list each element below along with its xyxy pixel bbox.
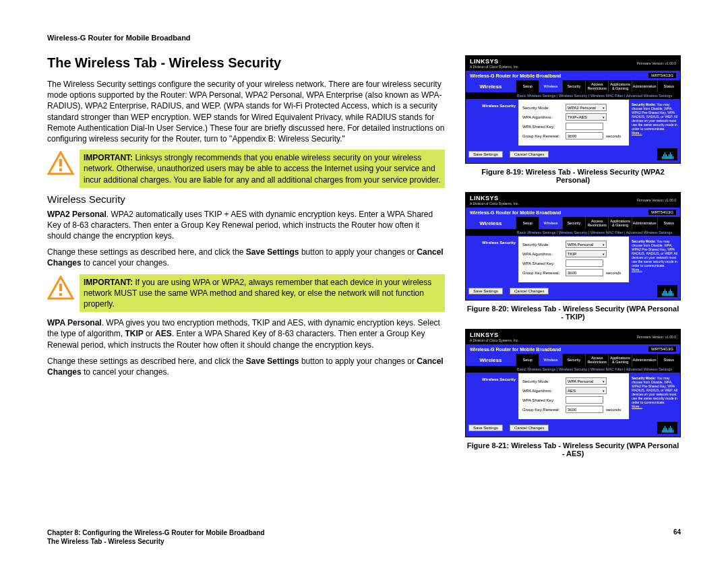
footer-chapter: Chapter 8: Configuring the Wireless-G Ro… <box>47 528 265 537</box>
callout-body: If you are using WPA or WPA2, always rem… <box>84 278 431 309</box>
change-instruction-1: Change these settings as described here,… <box>47 247 445 268</box>
figure-caption-19: Figure 8-19: Wireless Tab - Wireless Sec… <box>465 168 681 184</box>
wpa-algo-select: TKIP <box>566 250 607 257</box>
router-tab: Status <box>657 80 680 92</box>
intro-paragraph: The Wireless Security settings configure… <box>47 79 445 144</box>
group-renewal-input: 3600 <box>566 269 603 276</box>
security-mode-select: WPA Personal <box>566 241 607 248</box>
router-tab: Security <box>562 80 585 92</box>
linksys-logo: LINKSYS <box>470 58 499 65</box>
main-content: The Wireless Tab - Wireless Security The… <box>47 55 445 466</box>
router-tab: Status <box>657 217 680 229</box>
callout-body: Linksys strongly recommends that you ena… <box>84 153 441 184</box>
cancel-changes-button: Cancel Changes <box>510 288 549 294</box>
router-tab: Status <box>657 354 680 366</box>
svg-rect-4 <box>59 284 62 291</box>
figure-8-20: LINKSYSA Division of Cisco Systems, Inc.… <box>465 192 681 301</box>
router-tab: AccessRestrictions <box>585 217 608 229</box>
router-tab: AccessRestrictions <box>585 354 608 366</box>
router-tab: Wireless <box>539 80 562 92</box>
figure-8-21: LINKSYSA Division of Cisco Systems, Inc.… <box>465 329 681 437</box>
callout-label: IMPORTANT: <box>84 153 133 162</box>
warning-icon <box>47 151 74 175</box>
router-tab: Applications& Gaming <box>608 217 631 229</box>
save-settings-button: Save Settings <box>468 288 503 294</box>
warning-icon <box>47 276 74 300</box>
cisco-logo <box>657 285 677 297</box>
router-tab: AccessRestrictions <box>585 80 608 92</box>
router-tab: Setup <box>516 217 539 229</box>
save-settings-button: Save Settings <box>468 151 503 158</box>
svg-rect-1 <box>59 159 62 166</box>
wpa-paragraph: WPA Personal. WPA gives you two encrypti… <box>47 317 445 350</box>
page-number: 64 <box>673 528 681 546</box>
security-mode-select: WPA2 Personal <box>566 104 607 111</box>
router-tab: Applications& Gaming <box>608 354 631 366</box>
wpa-key-input <box>566 396 603 404</box>
router-tab: Setup <box>516 354 539 366</box>
figures-column: LINKSYSA Division of Cisco Systems, Inc.… <box>465 55 681 466</box>
cisco-logo <box>657 422 677 434</box>
router-tab: Setup <box>516 80 539 92</box>
subheading: Wireless Security <box>47 193 445 205</box>
page-footer: Chapter 8: Configuring the Wireless-G Ro… <box>47 528 681 546</box>
figure-8-19: LINKSYSA Division of Cisco Systems, Inc.… <box>465 55 681 164</box>
router-tab: Administration <box>632 217 657 229</box>
important-callout-2: IMPORTANT: If you are using WPA or WPA2,… <box>47 274 445 313</box>
router-tab: Security <box>562 217 585 229</box>
router-tab: Wireless <box>539 354 562 366</box>
cancel-changes-button: Cancel Changes <box>510 425 549 431</box>
cancel-changes-button: Cancel Changes <box>510 151 549 158</box>
router-tab: Security <box>562 354 585 366</box>
router-tab: Administration <box>632 80 657 92</box>
change-instruction-2: Change these settings as described here,… <box>47 356 445 377</box>
figure-caption-20: Figure 8-20: Wireless Tab - Wireless Sec… <box>465 305 681 321</box>
group-renewal-input: 3600 <box>566 132 603 139</box>
security-mode-select: WPA Personal <box>566 377 607 385</box>
group-renewal-input: 3600 <box>566 406 603 413</box>
footer-section: The Wireless Tab - Wireless Security <box>47 537 265 546</box>
save-settings-button: Save Settings <box>468 425 503 431</box>
svg-rect-5 <box>59 293 62 296</box>
router-tab: Applications& Gaming <box>608 80 631 92</box>
wpa-algo-select: AES <box>566 387 607 394</box>
cisco-logo <box>657 148 677 160</box>
callout-label: IMPORTANT: <box>84 278 133 287</box>
doc-header: Wireless-G Router for Mobile Broadband <box>47 34 681 42</box>
wpa-key-input <box>566 259 603 267</box>
wpa2-head: WPA2 Personal <box>47 210 107 219</box>
figure-caption-21: Figure 8-21: Wireless Tab - Wireless Sec… <box>465 441 681 458</box>
router-tab: Administration <box>632 354 657 366</box>
wpa-head: WPA Personal <box>47 318 102 327</box>
wpa-key-input <box>566 123 603 130</box>
router-tab: Wireless <box>539 217 562 229</box>
section-title: The Wireless Tab - Wireless Security <box>47 55 445 71</box>
linksys-logo: LINKSYS <box>470 195 499 201</box>
important-callout-1: IMPORTANT: Linksys strongly recommends t… <box>47 150 445 188</box>
svg-rect-2 <box>59 168 62 171</box>
linksys-logo: LINKSYS <box>470 332 499 338</box>
wpa-algo-select: TKIP+AES <box>566 113 607 121</box>
wpa2-paragraph: WPA2 Personal. WPA2 automatically uses T… <box>47 209 445 242</box>
